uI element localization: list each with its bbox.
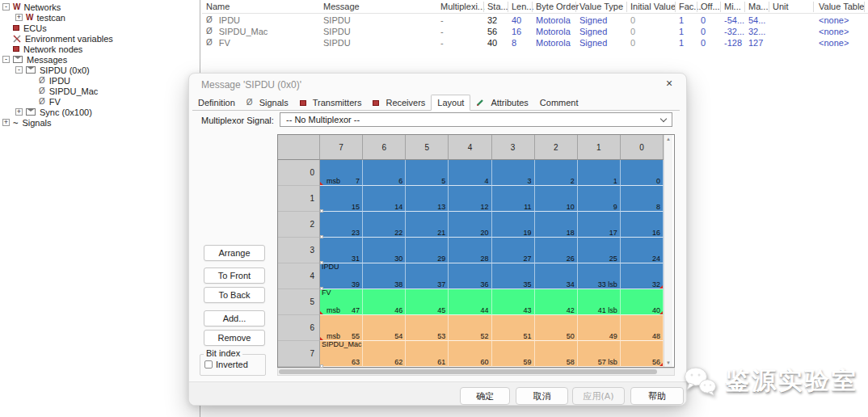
bit-cell[interactable]: 29 bbox=[406, 238, 449, 263]
add-button[interactable]: Add... bbox=[204, 310, 265, 326]
table-cell[interactable]: 32 bbox=[487, 15, 497, 25]
table-row-name[interactable]: ØFV bbox=[206, 38, 230, 48]
bit-cell[interactable]: 8 bbox=[621, 186, 664, 212]
bit-cell[interactable]: 25 bbox=[578, 238, 621, 263]
bit-cell[interactable]: 37 bbox=[406, 263, 449, 289]
bit-cell[interactable]: 2 bbox=[535, 160, 578, 186]
column-header-byte-order[interactable]: Byte Order bbox=[536, 2, 579, 11]
bit-cell[interactable]: 40 bbox=[621, 289, 664, 315]
bit-cell[interactable]: SIPDU_Mac63 bbox=[320, 341, 363, 367]
bit-cell[interactable]: 28 bbox=[449, 238, 491, 263]
bit-cell[interactable]: 53 bbox=[406, 315, 449, 341]
table-cell[interactable]: 40 bbox=[487, 38, 497, 48]
table-cell[interactable]: <none> bbox=[819, 15, 849, 25]
tab-attributes[interactable]: Attributes bbox=[470, 95, 533, 110]
multiplexor-signal-select[interactable]: -- No Multiplexor -- bbox=[280, 112, 672, 127]
column-header-value-type[interactable]: Value Type bbox=[579, 2, 623, 11]
bit-cell[interactable]: 45 bbox=[406, 289, 449, 315]
table-cell[interactable]: 1 bbox=[679, 38, 684, 48]
column-header-off[interactable]: Off... bbox=[701, 2, 720, 11]
bit-cell[interactable]: 18 bbox=[535, 212, 578, 238]
column-header-unit[interactable]: Unit bbox=[773, 2, 789, 11]
table-cell[interactable]: SIPDU bbox=[323, 15, 351, 25]
scroll-down-icon[interactable]: ▼ bbox=[664, 360, 672, 365]
bit-cell[interactable]: 9 bbox=[578, 186, 621, 212]
bit-cell[interactable]: 19 bbox=[492, 212, 535, 238]
bit-cell[interactable]: 26 bbox=[535, 238, 578, 263]
bit-cell[interactable]: 15 bbox=[320, 186, 363, 212]
bit-cell[interactable]: 11 bbox=[492, 186, 535, 212]
table-cell[interactable]: 0 bbox=[701, 27, 706, 36]
table-cell[interactable]: 0 bbox=[630, 15, 635, 25]
table-cell[interactable]: Signed bbox=[579, 15, 607, 25]
bit-cell[interactable]: 59 bbox=[492, 341, 535, 367]
bit-cell[interactable]: 33 lsb bbox=[578, 263, 621, 289]
vertical-scrollbar[interactable]: ▲ ▼ bbox=[664, 135, 672, 367]
bit-cell[interactable]: 42 bbox=[535, 289, 578, 315]
bit-cell[interactable]: 60 bbox=[449, 341, 491, 367]
tree-item-fv[interactable]: ØFV bbox=[0, 96, 199, 107]
bit-cell[interactable]: 56 bbox=[621, 341, 664, 367]
table-cell[interactable]: 1 bbox=[679, 15, 684, 25]
bit-cell[interactable]: 62 bbox=[363, 341, 406, 367]
bit-cell[interactable]: 17 bbox=[578, 212, 621, 238]
bit-cell[interactable]: 50 bbox=[535, 315, 578, 341]
bit-cell[interactable]: 36 bbox=[449, 263, 491, 289]
to-front-button[interactable]: To Front bbox=[204, 267, 265, 284]
bit-cell[interactable]: 27 bbox=[492, 238, 535, 263]
tab-receivers[interactable]: Receivers bbox=[367, 95, 431, 110]
bit-cell[interactable]: 21 bbox=[406, 212, 449, 238]
column-header-multiplexi[interactable]: Multiplexi... bbox=[440, 2, 485, 11]
bit-cell[interactable]: 5 bbox=[406, 160, 449, 186]
column-header-message[interactable]: Message bbox=[323, 2, 360, 11]
table-row-name[interactable]: ØSIPDU_Mac bbox=[206, 27, 268, 36]
table-cell[interactable]: 32... bbox=[748, 27, 765, 36]
table-cell[interactable]: 56 bbox=[487, 27, 497, 36]
expand-icon[interactable]: + bbox=[2, 119, 10, 126]
bit-cell[interactable]: 6 bbox=[363, 160, 406, 186]
table-cell[interactable]: Motorola bbox=[536, 27, 571, 36]
table-cell[interactable]: SIPDU bbox=[323, 27, 351, 36]
expand-icon[interactable]: + bbox=[15, 108, 23, 116]
tree-item-signals[interactable]: +~Signals bbox=[0, 117, 199, 128]
close-icon[interactable]: × bbox=[663, 77, 676, 90]
tab-definition[interactable]: Definition bbox=[192, 95, 241, 110]
tree-item-messages[interactable]: -Messages bbox=[0, 54, 199, 65]
bit-cell[interactable]: msb55 bbox=[320, 315, 363, 341]
bit-cell[interactable]: 61 bbox=[406, 341, 449, 367]
table-cell[interactable]: - bbox=[440, 38, 444, 48]
ok-button[interactable]: 确定 bbox=[460, 387, 510, 405]
bit-cell[interactable]: 32 bbox=[621, 263, 664, 289]
tab-comment[interactable]: Comment bbox=[534, 95, 584, 110]
bit-cell[interactable]: 57 lsb bbox=[578, 341, 621, 367]
bit-cell[interactable]: 58 bbox=[535, 341, 578, 367]
selection-handle[interactable] bbox=[320, 261, 323, 264]
tab-transmitters[interactable]: Transmitters bbox=[294, 95, 368, 110]
bit-cell[interactable]: 54 bbox=[363, 315, 406, 341]
bit-cell[interactable]: 10 bbox=[535, 186, 578, 212]
table-cell[interactable]: 1 bbox=[679, 27, 684, 36]
tab-signals[interactable]: ØSignals bbox=[241, 95, 294, 110]
selection-handle[interactable] bbox=[320, 209, 323, 213]
column-header-ma[interactable]: Ma... bbox=[748, 2, 768, 11]
collapse-icon[interactable]: - bbox=[2, 56, 10, 63]
help-button[interactable]: 帮助 bbox=[630, 387, 684, 405]
cancel-button[interactable]: 取消 bbox=[516, 387, 568, 405]
bit-cell[interactable]: 14 bbox=[363, 186, 406, 212]
bit-cell[interactable]: 1 bbox=[578, 160, 621, 186]
table-cell[interactable]: -54... bbox=[724, 15, 744, 25]
table-cell[interactable]: - bbox=[440, 15, 444, 25]
table-cell[interactable]: 40 bbox=[512, 15, 521, 25]
table-cell[interactable]: 54... bbox=[748, 15, 765, 25]
table-cell[interactable]: 16 bbox=[512, 27, 521, 36]
table-cell[interactable]: Motorola bbox=[536, 15, 571, 25]
table-cell[interactable]: - bbox=[440, 27, 444, 36]
bit-cell[interactable]: 43 bbox=[492, 289, 535, 315]
selection-handle[interactable] bbox=[320, 235, 323, 238]
bit-cell[interactable]: 52 bbox=[449, 315, 491, 341]
tree-item-ipdu[interactable]: ØIPDU bbox=[0, 75, 199, 86]
tree-item-sipdu-0x0[interactable]: -SIPDU (0x0) bbox=[0, 65, 199, 75]
column-header-len[interactable]: Len... bbox=[512, 2, 534, 11]
column-header-mi[interactable]: Mi... bbox=[724, 2, 741, 11]
table-cell[interactable]: <none> bbox=[819, 38, 849, 48]
